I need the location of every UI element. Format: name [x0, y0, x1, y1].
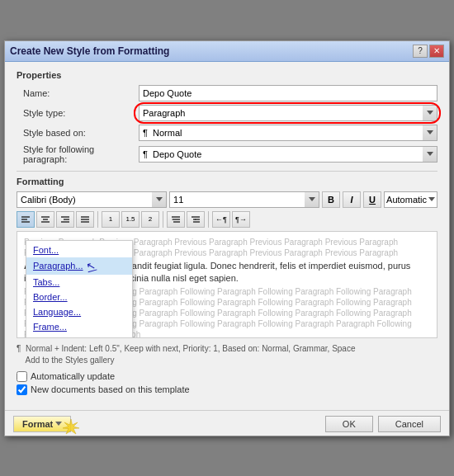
- style-based-dropdown[interactable]: [139, 125, 437, 141]
- preview-area: Previous Paragraph Previous Paragraph Pr…: [17, 231, 437, 338]
- name-row: Name:: [17, 85, 437, 101]
- menu-item-paragraph-label: Paragraph...: [33, 261, 83, 271]
- title-bar-buttons: ? ✕: [413, 45, 444, 58]
- create-style-dialog: Create New Style from Formatting ? ✕ Pro…: [4, 40, 450, 436]
- style-follow-row: Style for following paragraph:: [17, 144, 437, 164]
- toolbar-sep3: [208, 211, 209, 228]
- style-description: ¶ Normal + Indent: Left 0.5", Keep with …: [17, 344, 356, 353]
- new-docs-row: New documents based on this template: [17, 384, 437, 395]
- underline-button[interactable]: U: [363, 191, 381, 208]
- menu-item-font-label: Font...: [33, 245, 59, 255]
- align-right-icon: [60, 215, 70, 224]
- dialog-title: Create New Style from Formatting: [10, 45, 169, 57]
- bold-button[interactable]: B: [322, 191, 340, 208]
- line-spacing-2-button[interactable]: 2: [141, 211, 159, 228]
- font-color-dropdown[interactable]: Automatic: [384, 191, 437, 208]
- menu-item-language-label: Language...: [33, 307, 81, 317]
- title-bar: Create New Style from Formatting ? ✕: [5, 41, 449, 62]
- toolbar-sep1: [97, 211, 98, 228]
- help-button[interactable]: ?: [413, 45, 428, 58]
- menu-item-language[interactable]: Language...: [26, 304, 132, 319]
- style-follow-dropdown[interactable]: [139, 146, 437, 163]
- style-type-value-wrap: [139, 105, 437, 121]
- align-toolbar: 1 1.5 2 ←¶ ¶→: [17, 211, 437, 228]
- gallery-description: Add to the Styles gallery: [17, 356, 114, 365]
- style-type-arrow[interactable]: [423, 105, 437, 121]
- dropdown-arrow-icon: [427, 111, 433, 115]
- size-dropdown[interactable]: [169, 191, 319, 208]
- dropdown-arrow-icon2: [427, 130, 433, 134]
- automatic-label: Automatic: [386, 195, 427, 205]
- font-arrow-icon: [156, 197, 163, 201]
- style-follow-label: Style for following paragraph:: [17, 144, 139, 164]
- formatting-label: Formatting: [17, 177, 437, 186]
- align-justify-icon: [80, 215, 90, 224]
- name-label: Name:: [17, 88, 139, 98]
- indent-down-icon: [191, 215, 201, 224]
- indent-down-button[interactable]: [187, 211, 205, 228]
- format-button-wrap: Format: [13, 416, 71, 432]
- size-input[interactable]: [169, 191, 319, 208]
- format-label: Format: [22, 419, 53, 429]
- align-center-button[interactable]: [36, 211, 54, 228]
- cancel-button[interactable]: Cancel: [378, 416, 441, 432]
- name-input[interactable]: [139, 85, 437, 101]
- indent-up-button[interactable]: [167, 211, 185, 228]
- auto-update-checkbox[interactable]: [17, 371, 27, 382]
- formatting-section: Formatting B I U: [17, 177, 437, 338]
- font-dropdown[interactable]: [17, 191, 167, 208]
- format-button[interactable]: Format: [13, 416, 71, 432]
- dialog-body: Properties Name: Style type:: [5, 62, 449, 410]
- align-right-button[interactable]: [56, 211, 74, 228]
- align-left-button[interactable]: [17, 211, 35, 228]
- line-spacing-1-button[interactable]: 1: [102, 211, 120, 228]
- cursor-icon: ↖: [85, 258, 97, 272]
- dropdown-arrow-icon3: [427, 152, 433, 156]
- style-type-input[interactable]: [139, 105, 437, 121]
- bottom-bar: Format OK Cancel: [5, 410, 449, 436]
- line-spacing-15-button[interactable]: 1.5: [121, 211, 140, 228]
- align-left-icon: [21, 215, 31, 224]
- style-follow-arrow[interactable]: [423, 146, 437, 163]
- name-value-wrap: [139, 85, 437, 101]
- format-toolbar-row1: B I U Automatic: [17, 191, 437, 208]
- style-type-dropdown[interactable]: [139, 105, 437, 121]
- format-dropdown-arrow: [55, 422, 62, 426]
- menu-item-frame[interactable]: Frame...: [26, 319, 132, 334]
- new-docs-checkbox[interactable]: [17, 384, 27, 395]
- style-based-arrow[interactable]: [423, 125, 437, 141]
- menu-item-tabs-label: Tabs...: [33, 277, 59, 287]
- rtl-button[interactable]: ←¶: [212, 211, 230, 228]
- menu-item-paragraph[interactable]: Paragraph... ↖: [26, 257, 132, 275]
- style-type-row: Style type:: [17, 105, 437, 121]
- align-center-icon: [40, 215, 50, 224]
- ok-button[interactable]: OK: [325, 416, 373, 432]
- font-input[interactable]: [17, 191, 167, 208]
- description-area: ¶ Normal + Indent: Left 0.5", Keep with …: [17, 343, 437, 366]
- toolbar-sep2: [163, 211, 163, 228]
- properties-label: Properties: [17, 70, 437, 80]
- style-type-label: Style type:: [17, 108, 139, 118]
- style-follow-input[interactable]: [139, 146, 437, 163]
- menu-item-font[interactable]: Font...: [26, 243, 132, 257]
- italic-button[interactable]: I: [343, 191, 361, 208]
- ltr-button[interactable]: ¶→: [232, 211, 250, 228]
- size-arrow-icon: [309, 197, 315, 201]
- auto-update-label: Automatically update: [31, 371, 115, 381]
- style-follow-value-wrap: [139, 146, 437, 163]
- style-based-value-wrap: [139, 125, 437, 141]
- style-based-label: Style based on:: [17, 128, 139, 138]
- color-dropdown-arrow: [428, 197, 435, 201]
- font-arrow[interactable]: [152, 191, 167, 208]
- style-based-row: Style based on:: [17, 125, 437, 141]
- options-row: Automatically update New documents based…: [17, 371, 437, 395]
- style-based-input[interactable]: [139, 125, 437, 141]
- menu-item-border-label: Border...: [33, 292, 68, 302]
- menu-item-border[interactable]: Border...: [26, 290, 132, 304]
- close-button[interactable]: ✕: [429, 45, 444, 58]
- menu-item-tabs[interactable]: Tabs...: [26, 275, 132, 290]
- align-justify-button[interactable]: [76, 211, 94, 228]
- divider1: [17, 171, 437, 172]
- new-docs-label: New documents based on this template: [31, 384, 190, 394]
- size-arrow[interactable]: [305, 191, 319, 208]
